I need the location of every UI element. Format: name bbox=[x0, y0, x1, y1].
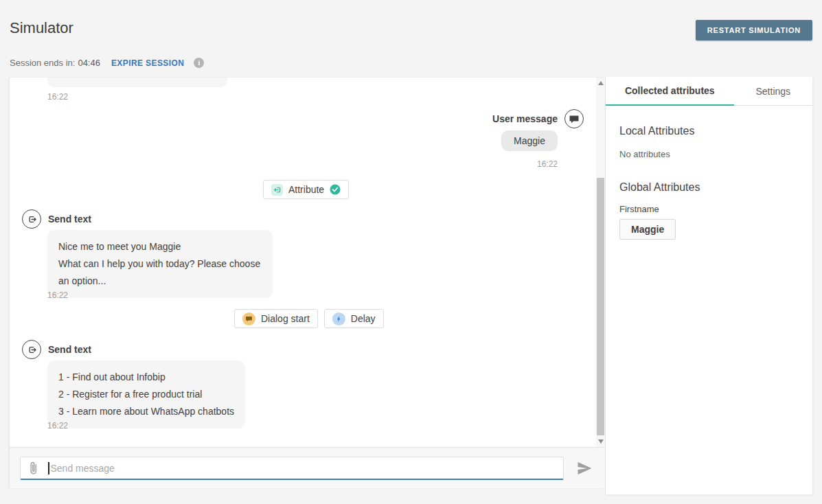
chat-bubble-icon bbox=[242, 312, 255, 325]
session-countdown-label: Session ends in: bbox=[10, 58, 75, 68]
message-line: 2 - Register for a free product trial bbox=[58, 386, 234, 403]
collected-attributes-content: Local Attributes No attributes Global At… bbox=[606, 106, 812, 493]
send-text-label: Send text bbox=[48, 214, 91, 225]
user-message-label: User message bbox=[492, 113, 558, 124]
message-composer bbox=[10, 447, 605, 488]
page-title: Simulator bbox=[10, 19, 73, 37]
user-message-header: User message bbox=[492, 109, 584, 128]
chat-scrollbar[interactable] bbox=[596, 78, 605, 447]
check-circle-icon bbox=[330, 184, 341, 195]
message-timestamp: 16:22 bbox=[537, 159, 558, 169]
flow-chips-row: Dialog start Delay bbox=[234, 309, 384, 328]
partial-message-bubble bbox=[47, 78, 227, 87]
logout-arrow-icon bbox=[22, 209, 41, 229]
lightning-bolt-icon bbox=[332, 312, 345, 325]
tab-settings[interactable]: Settings bbox=[734, 77, 812, 105]
bot-message-header: Send text bbox=[22, 340, 91, 359]
global-attributes-heading: Global Attributes bbox=[619, 181, 700, 194]
chat-message-list: 16:22 User message Maggie 16:22 Attribut… bbox=[10, 78, 605, 447]
attributes-side-panel: Collected attributes Settings Local Attr… bbox=[605, 77, 812, 494]
scroll-down-arrow[interactable] bbox=[598, 439, 604, 444]
message-timestamp: 16:22 bbox=[47, 92, 68, 102]
message-line: 3 - Learn more about WhatsApp chatbots bbox=[58, 403, 234, 420]
local-attributes-heading: Local Attributes bbox=[619, 125, 694, 137]
restart-simulation-button[interactable]: RESTART SIMULATION bbox=[696, 20, 812, 41]
bot-message-bubble: Nice me to meet you Maggie What can I he… bbox=[47, 230, 273, 298]
session-info-row: Session ends in: 04:46 EXPIRE SESSION i bbox=[10, 58, 204, 68]
tab-collected-attributes[interactable]: Collected attributes bbox=[606, 77, 734, 106]
chat-bubble-icon bbox=[564, 109, 584, 128]
panel-tabs: Collected attributes Settings bbox=[606, 77, 812, 106]
local-attributes-empty-text: No attributes bbox=[619, 149, 670, 159]
bot-message-header: Send text bbox=[22, 209, 91, 229]
send-message-input[interactable] bbox=[51, 463, 558, 474]
delay-chip-label: Delay bbox=[351, 313, 376, 324]
send-text-label: Send text bbox=[48, 344, 91, 355]
chat-simulation-panel: 16:22 User message Maggie 16:22 Attribut… bbox=[9, 77, 605, 488]
delay-chip[interactable]: Delay bbox=[324, 309, 384, 328]
dialog-start-chip[interactable]: Dialog start bbox=[234, 309, 318, 328]
import-arrow-icon bbox=[271, 184, 283, 196]
attribute-name-label: Firstname bbox=[619, 204, 659, 214]
paperclip-icon[interactable] bbox=[27, 460, 39, 477]
info-circle-icon[interactable]: i bbox=[194, 58, 204, 68]
scrollbar-thumb[interactable] bbox=[597, 178, 604, 435]
message-timestamp: 16:22 bbox=[47, 421, 68, 431]
attribute-chip[interactable]: Attribute bbox=[263, 180, 349, 199]
message-line: 1 - Find out about Infobip bbox=[58, 369, 234, 386]
logout-arrow-icon bbox=[22, 340, 41, 359]
message-line: Nice me to meet you Maggie bbox=[58, 238, 262, 255]
expire-session-button[interactable]: EXPIRE SESSION bbox=[111, 58, 184, 68]
message-input-box[interactable] bbox=[20, 457, 564, 480]
paper-plane-icon[interactable] bbox=[576, 460, 593, 479]
scroll-up-arrow[interactable] bbox=[598, 81, 604, 85]
message-timestamp: 16:22 bbox=[47, 290, 68, 300]
text-cursor bbox=[48, 462, 49, 474]
user-message-bubble: Maggie bbox=[501, 130, 558, 151]
bot-message-bubble: 1 - Find out about Infobip 2 - Register … bbox=[47, 360, 245, 428]
attribute-value-box: Maggie bbox=[619, 219, 676, 240]
dialog-start-chip-label: Dialog start bbox=[261, 313, 310, 324]
message-line: What can I help you with today? Please c… bbox=[58, 255, 262, 290]
attribute-chip-label: Attribute bbox=[288, 184, 324, 195]
session-countdown-value: 04:46 bbox=[78, 58, 100, 68]
